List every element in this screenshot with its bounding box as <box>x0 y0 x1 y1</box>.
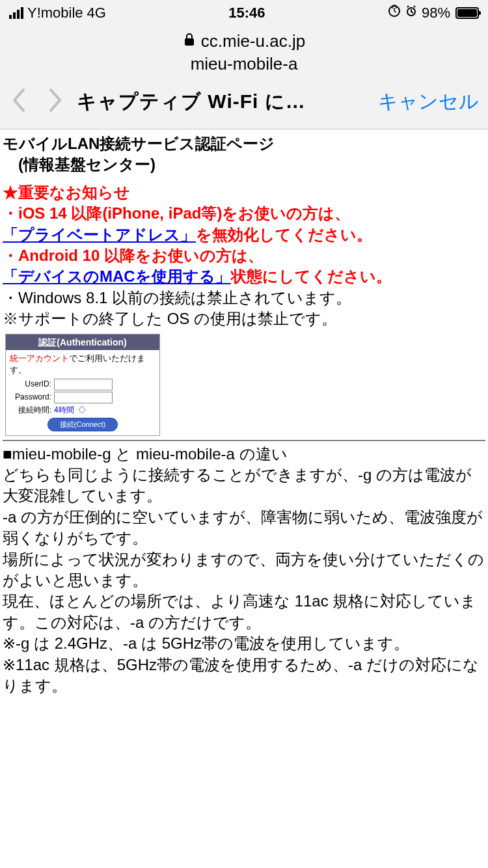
diff-p4: 現在、ほとんどの場所では、より高速な 11ac 規格に対応しています。この対応は… <box>3 591 485 633</box>
auth-note: 統一アカウントでご利用いただけます。 <box>10 353 156 375</box>
userid-label: UserID: <box>10 379 54 389</box>
nav-bar: キャプティブ Wi-Fi に… キャンセル <box>0 77 488 129</box>
ios-suffix: を無効化してください。 <box>196 226 372 243</box>
diff-p2: -a の方が圧倒的に空いていますが、障害物に弱いため、電波強度が弱くなりがちです… <box>3 507 485 549</box>
ios-prefix: ・iOS 14 以降(iPhone, iPad等)をお使いの方は、 <box>3 203 485 224</box>
os-note: ※サポートの終了した OS の使用は禁止です。 <box>3 308 485 329</box>
diff-n1: ※-g は 2.4GHz、-a は 5GHz帯の電波を使用しています。 <box>3 633 485 654</box>
android-device-mac-link[interactable]: 「デバイスのMACを使用する」 <box>3 267 231 285</box>
ios-private-address-link[interactable]: 「プライベートアドレス」 <box>3 226 196 243</box>
notice-heading: ★重要なお知らせ <box>3 182 485 203</box>
diff-n2: ※11ac 規格は、5GHz帯の電波を使用するため、-a だけの対応になります。 <box>3 655 485 697</box>
android-prefix: ・Android 10 以降をお使いの方は、 <box>3 245 485 266</box>
android-suffix: 状態にしてください。 <box>231 267 392 285</box>
diff-p1: どちらも同じように接続することができますが、-g の方は電波が大変混雑しています… <box>3 465 485 507</box>
password-label: Password: <box>10 392 54 402</box>
alarm-icon <box>405 5 418 21</box>
battery-pct: 98% <box>422 5 450 21</box>
separator <box>3 440 485 441</box>
auth-panel: 認証(Authentication) 統一アカウントでご利用いただけます。 Us… <box>5 334 160 436</box>
back-button[interactable] <box>9 86 29 117</box>
auth-note-red: 統一アカウント <box>10 353 69 363</box>
nav-title: キャプティブ Wi-Fi に… <box>77 88 378 115</box>
page-title-2: (情報基盤センター) <box>3 154 485 175</box>
connect-button[interactable]: 接続(Connect) <box>47 418 118 431</box>
lock-icon <box>183 31 196 51</box>
status-time: 15:46 <box>228 5 265 21</box>
network-label: 4G <box>87 5 106 21</box>
diff-heading: ■mieu-mobile-g と mieu-mobile-a の違い <box>3 444 485 465</box>
url-bar: cc.mie-u.ac.jp mieu-mobile-a <box>0 26 488 77</box>
diff-p3: 場所によって状況が変わりますので、両方を使い分けていただくのがよいと思います。 <box>3 549 485 591</box>
time-value: 4時間 <box>54 405 74 414</box>
forward-button[interactable] <box>46 86 65 117</box>
status-bar: Y!mobile 4G 15:46 98% <box>0 0 488 26</box>
orientation-lock-icon <box>388 5 401 21</box>
userid-input[interactable] <box>54 379 113 390</box>
page-content: モバイルLAN接続サービス認証ページ (情報基盤センター) ★重要なお知らせ ・… <box>0 129 488 696</box>
signal-icon <box>9 7 23 19</box>
status-right: 98% <box>388 5 479 21</box>
domain-label: cc.mie-u.ac.jp <box>201 31 305 51</box>
page-title-1: モバイルLAN接続サービス認証ページ <box>3 133 485 154</box>
ssid-label: mieu-mobile-a <box>0 54 488 74</box>
time-label: 接続時間: <box>10 405 54 415</box>
status-left: Y!mobile 4G <box>9 5 106 21</box>
carrier-label: Y!mobile <box>27 5 83 21</box>
auth-panel-title: 認証(Authentication) <box>6 334 159 351</box>
win81-note: ・Windows 8.1 以前の接続は禁止されています。 <box>3 288 485 308</box>
battery-icon <box>455 7 479 19</box>
time-select[interactable]: 4時間 ◇ <box>54 405 86 415</box>
svg-rect-2 <box>185 38 194 46</box>
password-input[interactable] <box>54 392 113 403</box>
cancel-button[interactable]: キャンセル <box>378 88 479 115</box>
